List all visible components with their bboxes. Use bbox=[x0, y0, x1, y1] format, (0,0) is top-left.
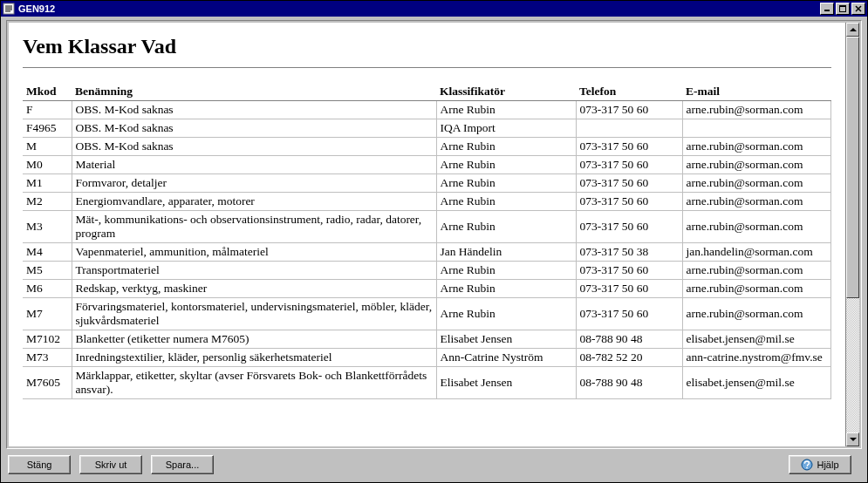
help-button[interactable]: Hjälp bbox=[789, 455, 851, 474]
cell-telefon: 073-317 50 60 bbox=[576, 298, 682, 330]
table-row[interactable]: M6Redskap, verktyg, maskinerArne Rubin07… bbox=[23, 280, 831, 298]
vertical-scrollbar[interactable] bbox=[845, 23, 859, 446]
cell-email: arne.rubin@sorman.com bbox=[682, 193, 831, 211]
cell-telefon: 073-317 50 60 bbox=[576, 211, 682, 243]
cell-mkod: M4 bbox=[23, 243, 72, 262]
col-benamning: Benämning bbox=[72, 83, 436, 101]
cell-telefon: 073-317 50 60 bbox=[576, 101, 682, 119]
cell-klassifikator: Arne Rubin bbox=[436, 262, 576, 280]
cell-email: arne.rubin@sorman.com bbox=[682, 262, 831, 280]
scrollbar-thumb[interactable] bbox=[846, 37, 859, 298]
cell-telefon: 08-788 90 48 bbox=[576, 367, 682, 399]
cell-email: arne.rubin@sorman.com bbox=[682, 138, 831, 156]
table-row[interactable]: M7605Märklappar, etiketter, skyltar (avs… bbox=[23, 367, 831, 399]
app-window: GEN912 Vem Klassar Vad bbox=[0, 0, 868, 483]
table-header-row: Mkod Benämning Klassifikatör Telefon E-m… bbox=[23, 83, 831, 101]
cell-benamning: Redskap, verktyg, maskiner bbox=[72, 280, 436, 298]
cell-mkod: M0 bbox=[23, 156, 72, 174]
cell-mkod: M6 bbox=[23, 280, 72, 298]
cell-benamning: OBS. M-Kod saknas bbox=[72, 101, 436, 119]
cell-email: arne.rubin@sorman.com bbox=[682, 211, 831, 243]
table-row[interactable]: MOBS. M-Kod saknasArne Rubin073-317 50 6… bbox=[23, 138, 831, 156]
title-bar: GEN912 bbox=[1, 1, 867, 17]
cell-klassifikator: Arne Rubin bbox=[436, 156, 576, 174]
col-telefon: Telefon bbox=[576, 83, 682, 101]
cell-mkod: M1 bbox=[23, 174, 72, 193]
cell-benamning: OBS. M-Kod saknas bbox=[72, 138, 436, 156]
cell-klassifikator: Ann-Catrine Nyström bbox=[436, 349, 576, 367]
cell-benamning: Formvaror, detaljer bbox=[72, 174, 436, 193]
cell-mkod: M7102 bbox=[23, 330, 72, 349]
cell-telefon: 08-782 52 20 bbox=[576, 349, 682, 367]
document-area: Vem Klassar Vad Mkod Benämning Klassifik… bbox=[9, 23, 845, 446]
maximize-button[interactable] bbox=[836, 3, 850, 15]
cell-klassifikator: Arne Rubin bbox=[436, 174, 576, 193]
scrollbar-track[interactable] bbox=[846, 37, 859, 432]
table-row[interactable]: M7102Blanketter (etiketter numera M7605)… bbox=[23, 330, 831, 349]
cell-mkod: M3 bbox=[23, 211, 72, 243]
minimize-button[interactable] bbox=[820, 3, 834, 15]
cell-email: elisabet.jensen@mil.se bbox=[682, 367, 831, 399]
cell-klassifikator: Elisabet Jensen bbox=[436, 330, 576, 349]
table-row[interactable]: M73Inredningstextilier, kläder, personli… bbox=[23, 349, 831, 367]
cell-telefon: 073-317 50 60 bbox=[576, 193, 682, 211]
table-row[interactable]: M7Förvaringsmateriel, kontorsmateriel, u… bbox=[23, 298, 831, 330]
cell-benamning: Transportmateriel bbox=[72, 262, 436, 280]
chevron-down-icon bbox=[850, 438, 857, 441]
page-heading: Vem Klassar Vad bbox=[23, 35, 831, 58]
scroll-down-button[interactable] bbox=[846, 432, 859, 446]
print-button[interactable]: Skriv ut bbox=[79, 455, 142, 474]
cell-klassifikator: Jan Händelin bbox=[436, 243, 576, 262]
cell-mkod: M5 bbox=[23, 262, 72, 280]
table-row[interactable]: M3Mät-, kommunikations- och observations… bbox=[23, 211, 831, 243]
cell-mkod: M bbox=[23, 138, 72, 156]
cell-benamning: Material bbox=[72, 156, 436, 174]
table-row[interactable]: M5TransportmaterielArne Rubin073-317 50 … bbox=[23, 262, 831, 280]
table-row[interactable]: F4965OBS. M-Kod saknasIQA Import bbox=[23, 119, 831, 138]
classification-table: Mkod Benämning Klassifikatör Telefon E-m… bbox=[23, 83, 831, 399]
divider bbox=[23, 67, 831, 69]
title-controls bbox=[818, 3, 865, 15]
cell-klassifikator: IQA Import bbox=[436, 119, 576, 138]
cell-benamning: OBS. M-Kod saknas bbox=[72, 119, 436, 138]
table-row[interactable]: FOBS. M-Kod saknasArne Rubin073-317 50 6… bbox=[23, 101, 831, 119]
svg-point-11 bbox=[807, 467, 809, 469]
cell-email: arne.rubin@sorman.com bbox=[682, 280, 831, 298]
cell-benamning: Energiomvandlare, apparater, motorer bbox=[72, 193, 436, 211]
cell-benamning: Blanketter (etiketter numera M7605) bbox=[72, 330, 436, 349]
table-row[interactable]: M1Formvaror, detaljerArne Rubin073-317 5… bbox=[23, 174, 831, 193]
col-email: E-mail bbox=[682, 83, 831, 101]
cell-telefon: 073-317 50 60 bbox=[576, 138, 682, 156]
cell-klassifikator: Arne Rubin bbox=[436, 101, 576, 119]
window-title: GEN912 bbox=[18, 3, 818, 14]
cell-mkod: M2 bbox=[23, 193, 72, 211]
table-row[interactable]: M2Energiomvandlare, apparater, motorerAr… bbox=[23, 193, 831, 211]
cell-telefon: 073-317 50 60 bbox=[576, 262, 682, 280]
cell-klassifikator: Arne Rubin bbox=[436, 211, 576, 243]
cell-mkod: F bbox=[23, 101, 72, 119]
button-bar: Stäng Skriv ut Spara... Hjälp bbox=[6, 449, 862, 477]
save-button[interactable]: Spara... bbox=[151, 455, 214, 474]
table-row[interactable]: M0MaterialArne Rubin073-317 50 60arne.ru… bbox=[23, 156, 831, 174]
cell-benamning: Märklappar, etiketter, skyltar (avser Fö… bbox=[72, 367, 436, 399]
cell-email: arne.rubin@sorman.com bbox=[682, 101, 831, 119]
cell-klassifikator: Elisabet Jensen bbox=[436, 367, 576, 399]
cell-telefon: 073-317 50 60 bbox=[576, 280, 682, 298]
cell-email: arne.rubin@sorman.com bbox=[682, 174, 831, 193]
close-window-button[interactable] bbox=[851, 3, 865, 15]
help-icon bbox=[801, 459, 813, 471]
cell-benamning: Inredningstextilier, kläder, personlig s… bbox=[72, 349, 436, 367]
cell-klassifikator: Arne Rubin bbox=[436, 138, 576, 156]
scroll-up-button[interactable] bbox=[846, 23, 859, 37]
cell-email: elisabet.jensen@mil.se bbox=[682, 330, 831, 349]
close-button[interactable]: Stäng bbox=[8, 455, 71, 474]
chevron-up-icon bbox=[850, 28, 857, 31]
cell-klassifikator: Arne Rubin bbox=[436, 193, 576, 211]
cell-telefon: 073-317 50 60 bbox=[576, 156, 682, 174]
cell-benamning: Mät-, kommunikations- och observationsin… bbox=[72, 211, 436, 243]
help-button-label: Hjälp bbox=[817, 459, 838, 470]
cell-mkod: M7 bbox=[23, 298, 72, 330]
cell-telefon: 073-317 50 38 bbox=[576, 243, 682, 262]
table-row[interactable]: M4Vapenmateriel, ammunition, målmateriel… bbox=[23, 243, 831, 262]
cell-telefon: 073-317 50 60 bbox=[576, 174, 682, 193]
